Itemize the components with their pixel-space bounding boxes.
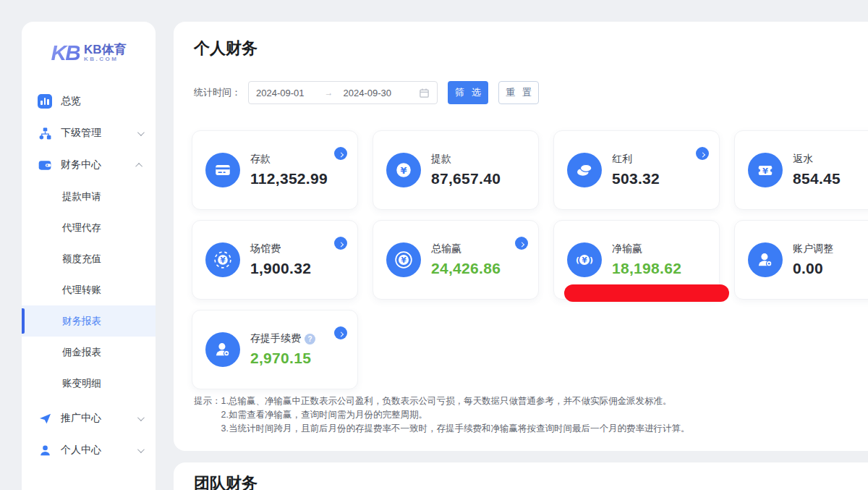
sidebar-item-quota-recharge[interactable]: 额度充值 <box>22 243 156 274</box>
sidebar-item-label: 佣金报表 <box>62 346 101 359</box>
card-label: 返水 <box>793 153 813 166</box>
credit-card-icon <box>205 153 240 187</box>
svg-text:¥: ¥ <box>400 165 407 176</box>
sidebar-item-withdrawal-request[interactable]: 提款申请 <box>22 181 156 212</box>
svg-text:¥: ¥ <box>220 255 226 264</box>
range-arrow: → <box>325 88 333 98</box>
sidebar-item-agent-transfer[interactable]: 代理转账 <box>22 274 156 305</box>
stat-cards-grid: 存款 112,352.99 ¥ 提款 87,657.40 红利 503.32 <box>192 130 868 389</box>
card-venue-fee: ¥ 场馆费 1,900.32 <box>192 220 358 300</box>
sidebar-item-subordinate-management[interactable]: 下级管理 <box>22 117 156 149</box>
sidebar-item-label: 下级管理 <box>61 127 101 140</box>
sidebar-item-account-change-detail[interactable]: 账变明细 <box>22 368 156 399</box>
sidebar-item-label: 个人中心 <box>61 444 101 457</box>
sidebar-item-label: 提款申请 <box>62 190 101 203</box>
sidebar-item-personal-center[interactable]: 个人中心 <box>22 434 156 466</box>
card-label: 提款 <box>431 153 451 166</box>
card-detail-arrow-icon[interactable] <box>696 147 709 160</box>
tips-prefix: 提示： <box>194 394 221 436</box>
paper-plane-icon <box>38 411 52 426</box>
card-label: 红利 <box>612 153 632 166</box>
chevron-down-icon <box>137 414 145 421</box>
card-rebate: ¥ 返水 854.45 <box>734 130 868 210</box>
svg-text:¥: ¥ <box>401 255 407 264</box>
chevron-down-icon <box>137 129 145 136</box>
sidebar-item-label: 财务报表 <box>62 315 101 328</box>
sidebar-item-label: 推广中心 <box>61 412 101 425</box>
kb-logo-icon: KB <box>51 41 80 65</box>
sidebar-item-label: 账变明细 <box>62 377 101 390</box>
tip-line: 1.总输赢、净输赢中正数表示公司盈利，负数表示公司亏损，每天数据只做普通参考，并… <box>221 394 690 408</box>
card-value: 87,657.40 <box>431 170 501 187</box>
ticket-icon: ¥ <box>748 153 783 187</box>
brand-name: KB体育 <box>84 43 127 56</box>
card-value: 24,426.86 <box>431 260 501 277</box>
person-icon <box>38 443 52 457</box>
brand-domain: KB.COM <box>84 56 127 62</box>
card-label: 存款 <box>250 153 271 166</box>
sidebar-item-financial-report[interactable]: 财务报表 <box>22 305 156 337</box>
page-title: 个人财务 <box>174 22 868 59</box>
card-detail-arrow-icon[interactable] <box>515 237 528 250</box>
sidebar-item-finance-center[interactable]: 财务中心 <box>22 149 156 181</box>
tips-block: 提示： 1.总输赢、净输赢中正数表示公司盈利，负数表示公司亏损，每天数据只做普通… <box>194 394 689 436</box>
card-label: 存提手续费 <box>250 332 301 345</box>
chevron-down-icon <box>137 446 145 453</box>
card-value: 503.32 <box>612 170 660 187</box>
card-deposit: 存款 112,352.99 <box>192 130 358 210</box>
sidebar-item-label: 总览 <box>61 95 81 108</box>
reset-button[interactable]: 重 置 <box>498 81 539 104</box>
tip-line: 2.如需查看净输赢，查询时间需为月份的完整周期。 <box>221 408 690 422</box>
card-value: 18,198.62 <box>612 260 681 277</box>
card-detail-arrow-icon[interactable] <box>334 147 347 160</box>
red-marker-annotation <box>564 284 729 302</box>
filter-button[interactable]: 筛 选 <box>448 81 488 104</box>
sidebar-item-label: 代理转账 <box>62 284 101 297</box>
svg-text:¥: ¥ <box>582 255 587 264</box>
sidebar-item-agent-deposit[interactable]: 代理代存 <box>22 212 156 243</box>
org-chart-icon <box>38 126 52 140</box>
sidebar-item-overview[interactable]: 总览 <box>22 85 156 117</box>
card-label: 净输赢 <box>612 242 642 255</box>
svg-text:): ) <box>590 255 593 265</box>
help-icon[interactable]: ? <box>305 334 315 345</box>
coins-icon <box>567 153 602 187</box>
wallet-icon <box>38 158 52 172</box>
card-withdrawal: ¥ 提款 87,657.40 <box>373 130 539 210</box>
sidebar-item-promotion-center[interactable]: 推广中心 <box>22 402 156 434</box>
sidebar-menu: 总览 下级管理 财务中心 提款申请 代理代存 额度充值 <box>22 85 156 466</box>
team-title: 团队财务 <box>174 462 868 490</box>
venue-fee-icon: ¥ <box>205 242 240 277</box>
filter-row: 统计时间： 2024-09-01 → 2024-09-30 筛 选 重 置 <box>194 81 868 104</box>
svg-text:(: ( <box>576 255 579 265</box>
stat-time-label: 统计时间： <box>194 86 241 99</box>
card-value: 1,900.32 <box>250 260 311 277</box>
team-finance-panel: 团队财务 <box>174 462 868 490</box>
date-range-input[interactable]: 2024-09-01 → 2024-09-30 <box>248 81 438 104</box>
finance-dashboard: { "brand": { "logo": "KB", "name": "KB体育… <box>0 0 868 490</box>
yen-brackets-icon: ¥() <box>567 242 602 277</box>
brand-logo[interactable]: KB KB体育 KB.COM <box>22 22 156 78</box>
personal-finance-panel: 个人财务 统计时间： 2024-09-01 → 2024-09-30 筛 选 重… <box>174 22 868 451</box>
sidebar: KB KB体育 KB.COM 总览 下级管理 财务中心 <box>22 22 156 490</box>
card-label: 场馆费 <box>250 242 281 255</box>
user-gear-icon <box>748 242 783 277</box>
calendar-icon[interactable] <box>419 88 430 98</box>
end-date-value[interactable]: 2024-09-30 <box>344 88 392 98</box>
card-value: 112,352.99 <box>250 170 328 187</box>
card-label: 总输赢 <box>431 242 461 255</box>
bar-chart-icon <box>38 94 52 109</box>
svg-text:¥: ¥ <box>762 166 768 176</box>
sidebar-item-label: 额度充值 <box>62 253 101 266</box>
start-date-value[interactable]: 2024-09-01 <box>256 88 305 98</box>
card-detail-arrow-icon[interactable] <box>334 326 347 339</box>
active-indicator-bar <box>22 308 25 334</box>
card-detail-arrow-icon[interactable] <box>334 237 347 250</box>
yen-disc-icon: ¥ <box>386 153 421 187</box>
sidebar-item-commission-report[interactable]: 佣金报表 <box>22 337 156 368</box>
card-account-adjustment: 账户调整 0.00 <box>734 220 868 300</box>
sidebar-item-label: 代理代存 <box>62 221 101 235</box>
card-value: 0.00 <box>793 260 833 277</box>
sidebar-item-label: 财务中心 <box>61 159 101 172</box>
card-deposit-withdrawal-fee: 存提手续费 ? 2,970.15 <box>192 310 358 389</box>
